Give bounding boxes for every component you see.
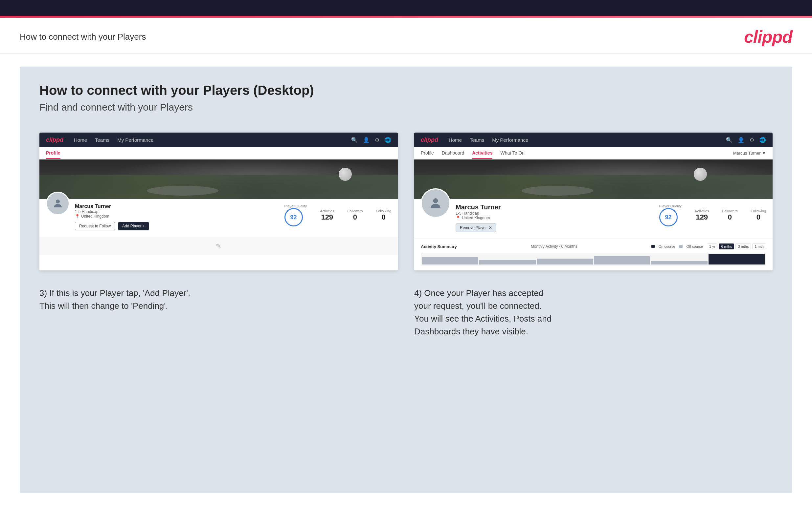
left-activities-stat: Activities 129: [320, 209, 334, 222]
right-avatar-wrapper: Marcus Turner 1-5 Handicap 📍 United King…: [421, 199, 766, 232]
right-search-icon[interactable]: 🔍: [726, 137, 732, 143]
period-3mths[interactable]: 3 mths: [735, 243, 751, 249]
right-profile-info: Marcus Turner 1-5 Handicap 📍 United King…: [456, 204, 501, 232]
page-heading: How to connect with your Players (Deskto…: [39, 83, 773, 98]
activity-controls: On course Off course 1 yr 6 mths 3 mths …: [651, 243, 766, 249]
svg-point-1: [433, 198, 438, 203]
right-nav-home[interactable]: Home: [449, 137, 462, 143]
right-navbar: clippd Home Teams My Performance 🔍 👤 ⚙ 🌐: [414, 132, 773, 147]
right-banner: [414, 160, 773, 199]
left-location: 📍 United Kingdom: [75, 214, 149, 219]
left-quality-circle: 92: [285, 208, 303, 226]
right-quality-circle: 92: [659, 208, 678, 226]
right-nav-performance[interactable]: My Performance: [492, 137, 528, 143]
right-nav-teams[interactable]: Teams: [470, 137, 484, 143]
off-course-label: Off course: [687, 244, 703, 248]
left-nav-teams[interactable]: Teams: [95, 137, 109, 143]
left-avatar: [46, 192, 70, 215]
right-handicap: 1-5 Handicap: [456, 211, 501, 216]
left-player-name: Marcus Turner: [75, 204, 149, 209]
settings-icon[interactable]: ⚙: [375, 137, 379, 143]
pencil-icon: ✎: [216, 242, 221, 250]
on-course-label: On course: [659, 244, 675, 248]
right-location: 📍 United Kingdom: [456, 216, 501, 220]
bar-2: [479, 260, 536, 265]
search-icon[interactable]: 🔍: [351, 137, 358, 143]
right-tab-activities[interactable]: Activities: [472, 148, 492, 159]
left-banner: [39, 160, 398, 199]
period-1mth[interactable]: 1 mth: [752, 243, 766, 249]
right-activity-section: Activity Summary Monthly Activity · 6 Mo…: [414, 238, 773, 270]
right-player-name: Marcus Turner: [456, 204, 501, 211]
right-person-icon: [428, 196, 443, 210]
right-user-icon[interactable]: 👤: [738, 137, 744, 143]
description-left-text: 3) If this is your Player tap, 'Add Play…: [39, 287, 398, 313]
top-bar: [0, 0, 812, 16]
pin-icon: 📍: [75, 214, 80, 219]
right-tab-dashboard[interactable]: Dashboard: [442, 148, 464, 159]
add-player-button[interactable]: Add Player +: [118, 222, 149, 230]
main-content: How to connect with your Players (Deskto…: [20, 67, 792, 493]
description-right-text: 4) Once your Player has acceptedyour req…: [414, 287, 773, 338]
request-follow-button[interactable]: Request to Follow: [75, 222, 115, 230]
left-profile-info: Marcus Turner 1-5 Handicap 📍 United King…: [75, 204, 149, 230]
left-nav-home[interactable]: Home: [74, 137, 87, 143]
period-6mths[interactable]: 6 mths: [719, 243, 734, 249]
left-nav-performance[interactable]: My Performance: [117, 137, 153, 143]
period-buttons: 1 yr 6 mths 3 mths 1 mth: [707, 243, 766, 249]
globe-icon[interactable]: 🌐: [385, 137, 391, 143]
right-avatar: [421, 188, 450, 218]
left-profile-section: Marcus Turner 1-5 Handicap 📍 United King…: [39, 199, 398, 237]
left-tab-profile[interactable]: Profile: [46, 148, 60, 159]
left-avatar-wrapper: Marcus Turner 1-5 Handicap 📍 United King…: [46, 199, 391, 230]
bar-1: [422, 257, 478, 265]
right-globe-icon[interactable]: 🌐: [759, 137, 766, 143]
right-settings-icon[interactable]: ⚙: [750, 137, 754, 143]
activity-legend: On course Off course: [651, 244, 703, 248]
bar-4: [594, 256, 650, 265]
off-course-dot: [679, 245, 682, 248]
left-banner-sand: [147, 186, 218, 195]
right-banner-fairway: [414, 175, 773, 199]
descriptions-row: 3) If this is your Player tap, 'Add Play…: [39, 287, 773, 338]
left-followers-stat: Followers 0: [347, 209, 363, 222]
right-nav-icons: 🔍 👤 ⚙ 🌐: [726, 137, 766, 143]
right-banner-sand: [522, 186, 593, 195]
remove-player-button[interactable]: Remove Player ✕: [456, 223, 496, 232]
screenshots-row: clippd Home Teams My Performance 🔍 👤 ⚙ 🌐…: [39, 132, 773, 270]
left-buttons: Request to Follow Add Player +: [75, 222, 149, 230]
right-stats: Player Quality 92 Activities 129 Followe…: [659, 202, 766, 229]
right-following-stat: Following 0: [751, 209, 766, 222]
bar-6: [709, 254, 765, 265]
description-right: 4) Once your Player has acceptedyour req…: [414, 287, 773, 338]
activity-chart: [421, 253, 766, 266]
left-nav-icons: 🔍 👤 ⚙ 🌐: [351, 137, 391, 143]
right-tab-what-to-on[interactable]: What To On: [500, 148, 524, 159]
right-tab-user[interactable]: Marcus Turner ▼: [733, 151, 766, 156]
activity-period: Monthly Activity · 6 Months: [531, 244, 577, 249]
left-tabs: Profile: [39, 147, 398, 160]
page-subheading: Find and connect with your Players: [39, 102, 773, 113]
right-nav-logo: clippd: [421, 136, 438, 144]
clippd-logo: clippd: [744, 27, 792, 47]
right-tabs: Profile Dashboard Activities What To On …: [414, 147, 773, 160]
screenshot-right: clippd Home Teams My Performance 🔍 👤 ⚙ 🌐…: [414, 132, 773, 270]
right-followers-stat: Followers 0: [722, 209, 738, 222]
right-tab-profile[interactable]: Profile: [421, 148, 434, 159]
bar-5: [651, 261, 707, 265]
left-golf-ball: [339, 168, 352, 181]
header-title: How to connect with your Players: [20, 32, 146, 42]
period-1yr[interactable]: 1 yr: [707, 243, 717, 249]
on-course-dot: [651, 245, 655, 248]
left-nav-logo: clippd: [46, 136, 63, 144]
activity-title: Activity Summary: [421, 244, 457, 249]
screenshot-left: clippd Home Teams My Performance 🔍 👤 ⚙ 🌐…: [39, 132, 398, 270]
left-following-stat: Following 0: [376, 209, 391, 222]
user-icon[interactable]: 👤: [363, 137, 369, 143]
right-profile-section: Marcus Turner 1-5 Handicap 📍 United King…: [414, 199, 773, 238]
left-stats: Player Quality 92 Activities 129 Followe…: [285, 202, 391, 229]
left-handicap: 1-5 Handicap: [75, 209, 149, 214]
close-icon: ✕: [489, 225, 492, 230]
bar-3: [537, 259, 593, 265]
right-activities-stat: Activities 129: [695, 209, 709, 222]
